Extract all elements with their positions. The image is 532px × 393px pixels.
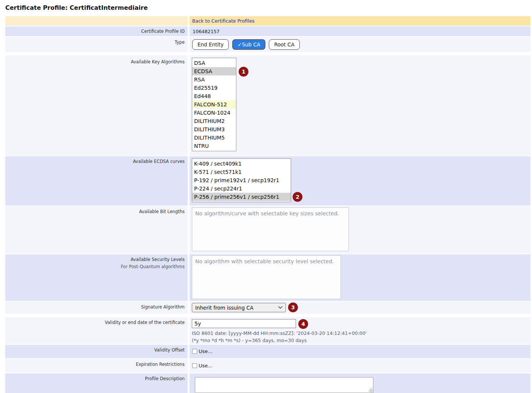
chevron-down-icon [278,306,282,309]
list-option[interactable]: RSA [192,75,236,84]
type-row: Type End Entity✓Sub CARoot CA [5,37,530,52]
key-algorithms-label: Available Key Algorithms [5,55,188,155]
expiration-restrictions-checkbox-label: Use... [199,363,213,368]
page-title: Certificate Profile: CertificatIntermedi… [5,4,530,11]
type-button[interactable]: ✓Sub CA [232,39,265,50]
list-option[interactable]: NTRU [192,142,236,150]
ecdsa-curves-listbox[interactable]: K-409 / sect409k1K-571 / sect571k1P-192 … [192,158,291,202]
validity-offset-checkbox[interactable] [192,349,197,354]
annotation-badge-4: 4 [298,319,308,329]
profile-id-label: Certificate Profile ID [5,26,188,36]
profile-description-row: Profile Description [5,373,530,393]
profile-description-textarea[interactable] [195,377,373,393]
annotation-badge-1: 1 [239,67,248,77]
validity-offset-label: Validity Offset [5,345,188,358]
ecdsa-curves-label: Available ECDSA curves [5,156,188,206]
back-row-spacer [5,16,188,26]
type-button[interactable]: End Entity [192,39,229,50]
validity-hint-iso: ISO 8601 date: [yyyy-MM-dd HH:mm:ssZZ]: … [192,330,530,337]
annotation-badge-2: 2 [293,192,302,202]
expiration-restrictions-label: Expiration Restrictions [5,359,188,373]
type-button[interactable]: Root CA [269,39,300,50]
validity-row: Validity or end date of the certificate … [5,317,530,344]
signature-algorithm-select[interactable]: Inherit from issuing CA [192,303,286,312]
annotation-badge-3: 3 [288,302,298,312]
list-option[interactable]: K-409 / sect409k1 [192,160,291,168]
back-link-row: Back to Certificate Profiles [5,16,530,26]
certificate-profile-page: Certificate Profile: CertificatIntermedi… [5,4,530,393]
list-option[interactable]: DSA [192,59,236,67]
algorithms-table: Available Key Algorithms DSAECDSARSAEd25… [5,55,530,314]
list-option[interactable]: P-256 / prime256v1 / secp256r1 [192,193,291,201]
security-levels-label: Available Security Levels [5,257,185,262]
security-levels-sublabel: For Post-Quantum algorithms [5,264,185,269]
list-option[interactable]: FALCON-512 [192,100,236,109]
list-option[interactable]: DILITHIUM3 [192,125,236,134]
profile-header-table: Back to Certificate Profiles Certificate… [5,16,530,52]
signature-algorithm-selected-value: Inherit from issuing CA [195,305,253,311]
validity-label: Validity or end date of the certificate [5,317,188,344]
type-button-group: End Entity✓Sub CARoot CA [192,39,530,50]
ecdsa-curves-row: Available ECDSA curves K-409 / sect409k1… [5,156,530,206]
security-levels-row: Available Security Levels For Post-Quant… [5,254,530,301]
list-option[interactable]: Ed25519 [192,84,236,92]
validity-input[interactable] [192,319,296,328]
key-algorithms-listbox[interactable]: DSAECDSARSAEd25519Ed448FALCON-512FALCON-… [192,58,236,151]
list-option[interactable]: ECDSA [192,67,236,75]
type-label: Type [5,37,188,52]
list-option[interactable]: DILITHIUM5 [192,134,236,142]
list-option[interactable]: P-192 / prime192v1 / secp192r1 [192,176,291,184]
expiration-restrictions-checkbox[interactable] [192,363,197,368]
list-option[interactable]: FALCON-1024 [192,109,236,117]
validity-offset-checkbox-label: Use... [199,348,213,354]
list-option[interactable]: DILITHIUM2 [192,117,236,125]
list-option[interactable]: Ed448 [192,92,236,100]
back-to-certificate-profiles-link[interactable]: Back to Certificate Profiles [190,16,254,25]
security-levels-disabled-box: No algorithm with selectable security le… [192,255,341,299]
bit-lengths-row: Available Bit Lengths No algorithm/curve… [5,206,530,253]
validity-hint-units: (*y *mo *d *h *m *s) - y=365 days, mo=30… [192,337,530,344]
list-option[interactable]: P-224 / secp224r1 [192,184,291,193]
signature-algorithm-row: Signature Algorithm Inherit from issuing… [5,302,530,314]
key-algorithms-row: Available Key Algorithms DSAECDSARSAEd25… [5,55,530,155]
list-option[interactable]: K-571 / sect571k1 [192,168,291,176]
bit-lengths-disabled-box: No algorithm/curve with selectable key s… [192,207,349,251]
bit-lengths-label: Available Bit Lengths [5,206,188,253]
validity-offset-row: Validity Offset Use... [5,345,530,358]
validity-table: Validity or end date of the certificate … [5,317,530,393]
profile-id-row: Certificate Profile ID 106482157 [5,26,530,36]
profile-description-label: Profile Description [5,373,188,393]
expiration-restrictions-row: Expiration Restrictions Use... [5,359,530,373]
signature-algorithm-label: Signature Algorithm [5,302,188,314]
profile-id-value: 106482157 [190,26,220,34]
